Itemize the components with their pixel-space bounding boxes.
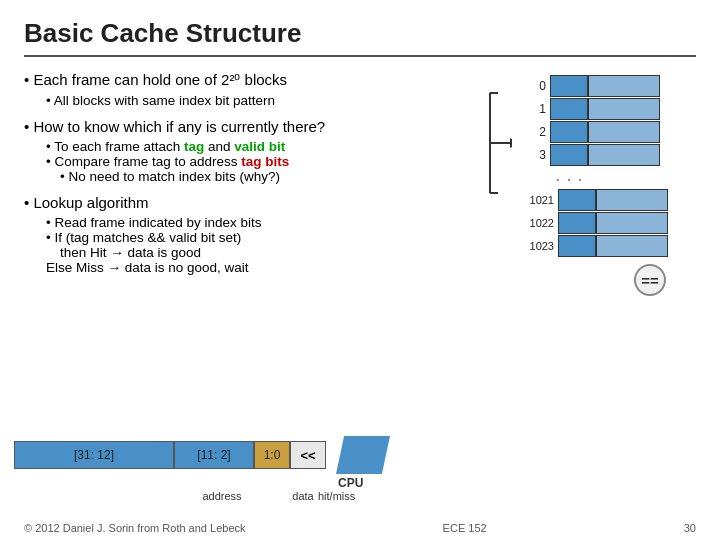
- cache-diagram-area: 0 1 2 3: [456, 71, 696, 411]
- row-0-data: [588, 75, 660, 97]
- cache-row-1: 1: [514, 98, 668, 120]
- addr-label-offset: [256, 476, 292, 490]
- bullet-1-sub: • All blocks with same index bit pattern: [46, 93, 456, 108]
- spacer2: [252, 490, 288, 502]
- row-0-tag: [550, 75, 588, 97]
- spacer1: [16, 490, 192, 502]
- cache-row-3: 3: [514, 144, 668, 166]
- eq-area: ==: [486, 264, 666, 296]
- row-1023-data: [596, 235, 668, 257]
- row-3-data: [588, 144, 660, 166]
- bottom-area: [31: 12] [11: 2] 1:0 <<: [14, 436, 706, 502]
- svg-marker-0: [510, 138, 512, 148]
- row-1021-data: [596, 189, 668, 211]
- page-number: 30: [684, 522, 696, 534]
- hitmiss-sublabel: hit/miss: [318, 490, 348, 502]
- hitmiss-shape: [336, 436, 390, 474]
- slide: Basic Cache Structure • Each frame can h…: [0, 0, 720, 540]
- cache-arrow: [484, 83, 512, 203]
- bullet-2-sub-1: • Compare frame tag to address tag bits: [46, 154, 456, 169]
- addr-labels: CPU: [14, 476, 706, 490]
- addr-tag-segment: [31: 12]: [14, 441, 174, 469]
- bullet-2-sub-2: • No need to match index bits (why?): [60, 169, 456, 184]
- row-2-tag: [550, 121, 588, 143]
- cache-table: 0 1 2 3: [514, 75, 668, 258]
- bullet-2-sub-0: • To each frame attach tag and valid bit: [46, 139, 456, 154]
- data-sublabel: data: [288, 490, 318, 502]
- bullet-3-sub-2: then Hit → data is good: [60, 245, 456, 260]
- row-1-tag: [550, 98, 588, 120]
- addr-label-index: [176, 476, 256, 490]
- row-3-tag: [550, 144, 588, 166]
- cpu-label: CPU: [338, 476, 363, 490]
- cpu-block: [336, 436, 390, 474]
- course: ECE 152: [443, 522, 487, 534]
- bullet-3-sub-1: • If (tag matches && valid bit set): [46, 230, 456, 245]
- row-1022-tag: [558, 212, 596, 234]
- cache-row-2: 2: [514, 121, 668, 143]
- addr-offset-segment: 1:0: [254, 441, 290, 469]
- slide-title: Basic Cache Structure: [24, 18, 696, 57]
- eq-circle: ==: [634, 264, 666, 296]
- addr-label-tag: [16, 476, 176, 490]
- bullet-3-sub-3: Else Miss → data is no good, wait: [46, 260, 456, 275]
- row-1021-tag: [558, 189, 596, 211]
- row-1-data: [588, 98, 660, 120]
- row-2-data: [588, 121, 660, 143]
- addr-sublabel: address: [192, 490, 252, 502]
- bullet-3: • Lookup algorithm: [24, 194, 456, 211]
- row-1023-tag: [558, 235, 596, 257]
- cache-dots-middle: · · ·: [514, 168, 624, 188]
- footer: © 2012 Daniel J. Sorin from Roth and Leb…: [24, 522, 696, 534]
- cache-table-with-arrow: 0 1 2 3: [484, 75, 668, 258]
- bullet-3-sub-0: • Read frame indicated by index bits: [46, 215, 456, 230]
- copyright: © 2012 Daniel J. Sorin from Roth and Leb…: [24, 522, 246, 534]
- bullet-1: • Each frame can hold one of 2²⁰ blocks: [24, 71, 456, 89]
- cpu-sub-labels: address data hit/miss: [14, 490, 706, 502]
- row-1022-data: [596, 212, 668, 234]
- cache-row-1023: 1023: [514, 235, 668, 257]
- cache-arrow-svg: [484, 83, 512, 203]
- cache-row-1021: 1021: [514, 189, 668, 211]
- cache-row-0: 0: [514, 75, 668, 97]
- bullet-2: • How to know which if any is currently …: [24, 118, 456, 135]
- addr-chevron: <<: [290, 441, 326, 469]
- left-content: • Each frame can hold one of 2²⁰ blocks …: [24, 71, 456, 411]
- cache-row-1022: 1022: [514, 212, 668, 234]
- addr-label-gap: [292, 476, 328, 490]
- address-bar: [31: 12] [11: 2] 1:0 <<: [14, 436, 706, 474]
- addr-index-segment: [11: 2]: [174, 441, 254, 469]
